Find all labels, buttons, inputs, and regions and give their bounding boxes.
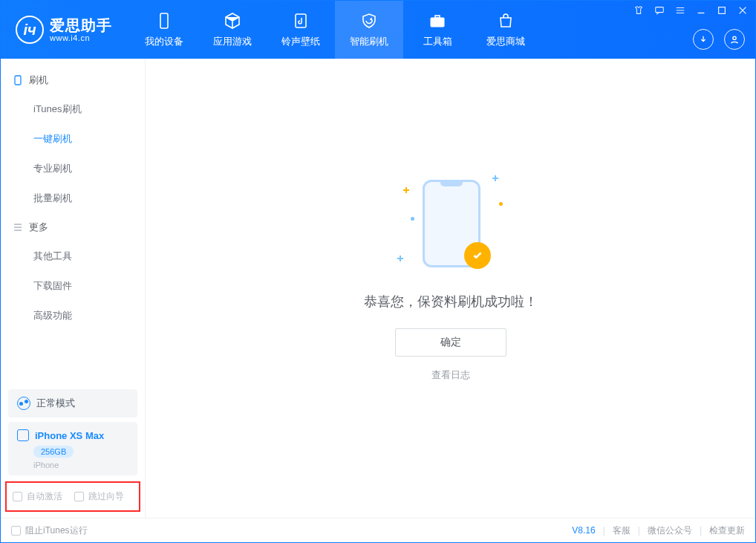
device-card[interactable]: iPhone XS Max 256GB iPhone xyxy=(8,422,137,475)
close-icon[interactable] xyxy=(737,5,748,16)
svg-rect-4 xyxy=(656,7,664,13)
app-site: www.i4.cn xyxy=(50,33,112,42)
checkbox-skip-guide[interactable]: 跳过向导 xyxy=(74,490,124,503)
sidebar-item-other-tools[interactable]: 其他工具 xyxy=(1,241,145,271)
group-label: 刷机 xyxy=(29,74,48,87)
header-actions xyxy=(693,29,745,50)
checkbox-icon xyxy=(13,492,22,501)
checkbox-label: 自动激活 xyxy=(27,490,62,503)
tab-smart-flash[interactable]: 智能刷机 xyxy=(335,1,403,59)
checkbox-auto-activate[interactable]: 自动激活 xyxy=(13,490,62,503)
checkbox-block-itunes[interactable]: 阻止iTunes运行 xyxy=(11,524,88,537)
sidebar-group-more[interactable]: 更多 xyxy=(1,213,145,241)
tab-label: 工具箱 xyxy=(423,35,452,48)
minimize-icon[interactable] xyxy=(696,5,706,16)
app-logo[interactable]: iч 爱思助手 www.i4.cn xyxy=(1,1,126,59)
tab-store[interactable]: 爱思商城 xyxy=(472,1,540,59)
checkbox-icon xyxy=(11,526,21,536)
mode-label: 正常模式 xyxy=(36,397,75,410)
check-badge-icon xyxy=(464,242,491,269)
cube-icon xyxy=(223,11,242,30)
check-update-link[interactable]: 检查更新 xyxy=(709,524,745,537)
list-icon xyxy=(13,222,23,233)
checkbox-label: 跳过向导 xyxy=(88,490,124,503)
device-name: iPhone XS Max xyxy=(35,430,104,441)
sidebar-item-pro-flash[interactable]: 专业刷机 xyxy=(1,154,145,183)
svg-rect-0 xyxy=(160,13,168,28)
checkbox-icon xyxy=(74,492,84,501)
mode-indicator[interactable]: 正常模式 xyxy=(8,389,137,417)
tab-my-device[interactable]: 我的设备 xyxy=(130,1,198,59)
tab-ringtone-wallpaper[interactable]: 铃声壁纸 xyxy=(267,1,335,59)
titlebar: iч 爱思助手 www.i4.cn 我的设备 应用游戏 铃声壁纸 智能刷机 工具… xyxy=(1,1,755,59)
tab-label: 爱思商城 xyxy=(486,35,525,48)
version-label: V8.16 xyxy=(572,525,595,536)
group-label: 更多 xyxy=(29,221,48,234)
svg-rect-7 xyxy=(15,76,21,85)
tab-apps-games[interactable]: 应用游戏 xyxy=(198,1,267,59)
tab-label: 我的设备 xyxy=(145,35,183,48)
tab-toolbox[interactable]: 工具箱 xyxy=(403,1,472,59)
view-log-link[interactable]: 查看日志 xyxy=(431,368,470,382)
wechat-link[interactable]: 微信公众号 xyxy=(648,524,692,537)
sidebar: 刷机 iTunes刷机 一键刷机 专业刷机 批量刷机 更多 其他工具 下载固件 … xyxy=(1,59,146,518)
checkbox-label: 阻止iTunes运行 xyxy=(25,524,88,537)
tab-label: 铃声壁纸 xyxy=(281,35,320,48)
svg-rect-3 xyxy=(435,16,440,18)
success-illustration xyxy=(384,172,518,276)
app-title: 爱思助手 xyxy=(50,17,112,33)
sidebar-item-download-firmware[interactable]: 下载固件 xyxy=(1,271,145,301)
svg-rect-1 xyxy=(296,14,306,27)
main-content: 恭喜您，保资料刷机成功啦！ 确定 查看日志 xyxy=(146,59,755,518)
statusbar: 阻止iTunes运行 V8.16 | 客服 | 微信公众号 | 检查更新 xyxy=(1,518,755,542)
account-button[interactable] xyxy=(724,29,745,50)
music-file-icon xyxy=(291,11,310,30)
maximize-icon[interactable] xyxy=(717,5,727,16)
svg-rect-2 xyxy=(431,18,444,27)
flash-options-highlight: 自动激活 跳过向导 xyxy=(5,481,140,512)
tab-label: 应用游戏 xyxy=(213,35,252,48)
phone-icon xyxy=(17,429,29,441)
svg-point-6 xyxy=(733,36,736,39)
refresh-shield-icon xyxy=(359,11,379,30)
support-link[interactable]: 客服 xyxy=(613,524,630,537)
svg-rect-5 xyxy=(719,7,726,14)
tab-label: 智能刷机 xyxy=(350,35,388,48)
phone-icon xyxy=(154,11,174,30)
device-capacity: 256GB xyxy=(33,446,74,458)
mode-icon xyxy=(17,397,30,410)
success-title: 恭喜您，保资料刷机成功啦！ xyxy=(364,293,538,310)
bag-icon xyxy=(496,11,515,30)
device-type: iPhone xyxy=(33,461,128,469)
logo-icon: iч xyxy=(16,16,44,44)
sidebar-item-onekey-flash[interactable]: 一键刷机 xyxy=(1,124,145,154)
download-button[interactable] xyxy=(693,29,714,50)
briefcase-icon xyxy=(428,11,447,30)
menu-icon[interactable] xyxy=(675,5,685,16)
sidebar-item-itunes-flash[interactable]: iTunes刷机 xyxy=(1,94,145,124)
sidebar-item-batch-flash[interactable]: 批量刷机 xyxy=(1,183,145,213)
tshirt-icon[interactable] xyxy=(633,5,644,16)
nav-tabs: 我的设备 应用游戏 铃声壁纸 智能刷机 工具箱 爱思商城 xyxy=(130,1,540,59)
device-icon xyxy=(13,75,23,85)
sidebar-item-advanced[interactable]: 高级功能 xyxy=(1,301,145,331)
ok-button[interactable]: 确定 xyxy=(395,328,506,357)
window-controls xyxy=(633,5,748,16)
sidebar-group-flash[interactable]: 刷机 xyxy=(1,66,145,94)
feedback-icon[interactable] xyxy=(654,5,665,16)
